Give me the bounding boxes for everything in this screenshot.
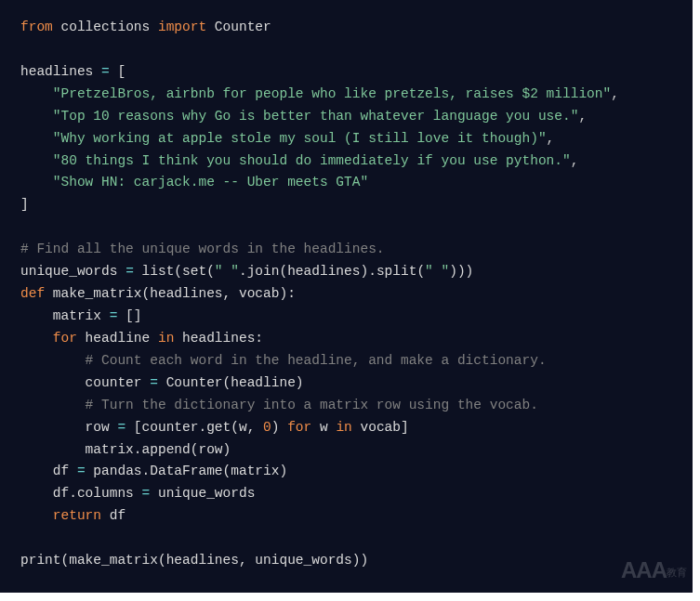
operator: = <box>142 486 151 501</box>
token: pandas.DataFrame(matrix) <box>86 464 288 478</box>
token: df.columns <box>20 486 142 501</box>
token: [ <box>110 64 125 79</box>
token: counter <box>20 375 150 390</box>
token: matrix.append(row) <box>20 442 231 457</box>
operator: = <box>117 420 125 435</box>
punct: , <box>611 86 619 101</box>
keyword-in: in <box>158 331 174 346</box>
token: vocab] <box>352 420 409 435</box>
operator: = <box>101 64 110 79</box>
keyword-for: for <box>20 331 77 346</box>
comment: # Turn the dictionary into a matrix row … <box>20 398 538 412</box>
string: " " <box>425 264 449 279</box>
string: " " <box>215 264 239 279</box>
token: [counter.get(w, <box>125 420 263 435</box>
keyword-def: def <box>20 286 45 301</box>
string: "Why working at apple stole my soul (I s… <box>53 131 547 146</box>
token: headline <box>77 331 158 346</box>
string: "PretzelBros, airbnb for people who like… <box>53 86 611 101</box>
token: Counter(headline) <box>158 375 304 390</box>
keyword-for: for <box>287 420 311 435</box>
string: "Top 10 reasons why Go is better than wh… <box>53 109 579 124</box>
token: ) <box>271 420 287 435</box>
watermark-main: AAA <box>621 557 667 582</box>
token: headlines <box>20 64 101 79</box>
token: ] <box>20 197 29 212</box>
token: (headlines, vocab): <box>142 286 296 301</box>
punct: , <box>578 109 587 124</box>
keyword-from: from <box>20 20 53 34</box>
comment: # Count each word in the headline, and m… <box>20 353 547 368</box>
keyword-import: import <box>158 20 206 34</box>
operator: = <box>150 375 158 390</box>
token: unique_words <box>150 486 255 501</box>
keyword-in: in <box>336 420 351 435</box>
token: row <box>20 420 117 435</box>
token: list(set( <box>134 264 215 279</box>
token: w <box>311 420 336 435</box>
operator: = <box>77 464 86 478</box>
function-name: make_matrix <box>45 286 141 301</box>
punct: , <box>571 153 579 168</box>
comment: # Find all the unique words in the headl… <box>20 242 385 256</box>
token: unique_words <box>20 264 125 279</box>
string: "80 things I think you should do immedia… <box>53 153 571 168</box>
string: "Show HN: carjack.me -- Uber meets GTA" <box>53 175 368 189</box>
token: print(make_matrix(headlines, unique_word… <box>20 553 368 568</box>
token: [] <box>117 308 141 323</box>
code-block: from collections import Counter headline… <box>0 0 693 593</box>
punct: , <box>547 131 555 146</box>
token: ))) <box>449 264 473 279</box>
watermark-sub: 教育 <box>667 567 687 578</box>
operator: = <box>125 264 134 279</box>
token: df <box>101 508 125 523</box>
token: df <box>20 464 77 478</box>
token: .join(headlines).split( <box>239 264 425 279</box>
watermark: AAA教育 <box>621 552 687 589</box>
token: headlines: <box>174 331 263 346</box>
keyword-return: return <box>20 508 101 523</box>
token: collections <box>53 20 158 34</box>
token: matrix <box>20 308 110 323</box>
number: 0 <box>263 420 271 435</box>
token: Counter <box>206 20 271 34</box>
